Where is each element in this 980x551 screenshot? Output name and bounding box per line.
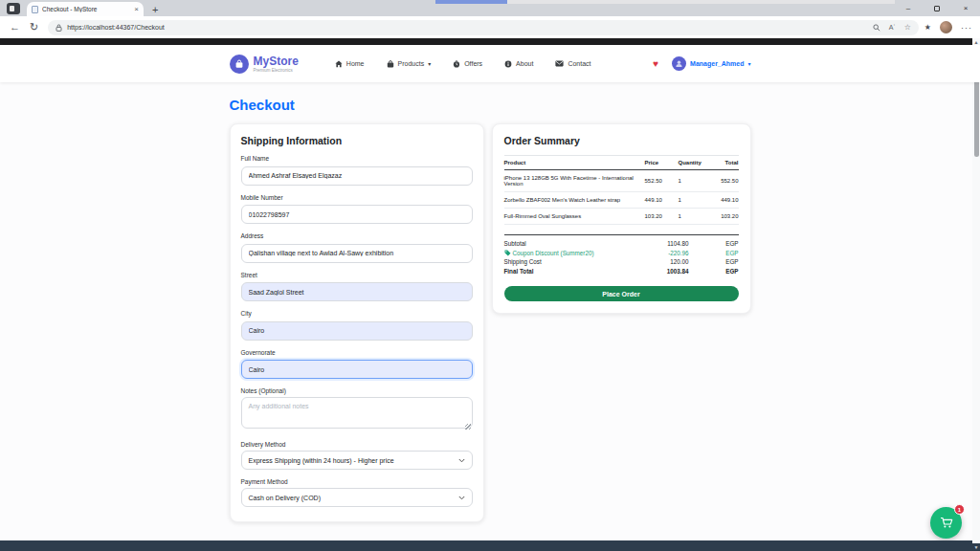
nav-item-products[interactable]: Products ▾ <box>387 60 432 68</box>
nav-item-home[interactable]: Home <box>335 60 365 68</box>
city-field[interactable] <box>241 321 473 341</box>
resize-grip-icon[interactable] <box>465 424 471 430</box>
street-field[interactable] <box>241 282 473 301</box>
item-total: 449.10 <box>712 192 739 209</box>
cart-icon <box>940 517 953 529</box>
payment-method-group: Payment Method Cash on Delivery (COD) <box>241 478 473 507</box>
mobile-group: Mobile Number <box>241 194 473 225</box>
item-total: 103.20 <box>712 209 739 225</box>
shipping-cost-currency: EGP <box>689 258 739 265</box>
tab-title: Checkout - MyStore <box>42 6 130 12</box>
subtotal-row: Subtotal 1104.80 EGP <box>504 240 739 247</box>
nav-label: Home <box>346 60 365 67</box>
url-text[interactable]: https://localhost:44367/Checkout <box>67 24 863 31</box>
subtotal-amount: 1104.80 <box>632 240 689 247</box>
lock-icon[interactable] <box>56 24 62 32</box>
item-qty: 1 <box>679 192 712 209</box>
tag-icon <box>504 250 511 256</box>
governorate-label: Governorate <box>241 349 473 356</box>
read-aloud-icon[interactable]: Aʾ <box>889 24 896 31</box>
tab-close-icon[interactable]: × <box>134 6 139 13</box>
item-total: 552.50 <box>712 170 739 192</box>
chevron-down-icon: ▾ <box>747 60 750 67</box>
brand-name: MyStore <box>254 55 299 67</box>
cart-fab-button[interactable]: 1 <box>930 507 962 539</box>
final-total-label: Final Total <box>504 268 632 275</box>
page-title: Checkout <box>230 97 751 113</box>
loading-strip-light <box>507 0 895 4</box>
final-total-currency: EGP <box>689 268 739 275</box>
nav-label: Contact <box>568 60 590 67</box>
nav-right: ♥ Manager_Ahmed ▾ <box>653 56 750 71</box>
shipping-title: Shipping Information <box>241 135 473 146</box>
address-bar[interactable]: https://localhost:44367/Checkout Aʾ ☆ <box>48 20 919 35</box>
browser-toolbar: ← ↻ https://localhost:44367/Checkout Aʾ … <box>0 16 980 38</box>
item-price: 103.20 <box>645 209 679 225</box>
order-summary-card: Order Summary Product Price Quantity Tot… <box>492 123 751 314</box>
notes-field[interactable] <box>241 397 473 429</box>
delivery-method-select[interactable]: Express Shipping (within 24 hours) - Hig… <box>241 451 473 470</box>
offers-clock-icon <box>453 60 460 68</box>
nav-item-offers[interactable]: Offers <box>453 60 482 68</box>
full-name-field[interactable] <box>241 166 473 186</box>
item-name: Full-Rimmed Oval Sunglasses <box>504 209 645 225</box>
collections-star-icon[interactable]: ★ <box>924 23 931 32</box>
products-bag-icon <box>387 60 394 68</box>
shipping-cost-amount: 120.00 <box>632 258 689 265</box>
back-button[interactable]: ← <box>10 22 20 33</box>
mobile-field[interactable] <box>241 205 473 224</box>
browser-profile-avatar[interactable] <box>940 21 952 33</box>
delivery-method-value: Express Shipping (within 24 hours) - Hig… <box>249 457 394 464</box>
shipping-cost-label: Shipping Cost <box>504 258 632 265</box>
item-qty: 1 <box>679 170 712 192</box>
brand-logo[interactable]: MyStore Premium Electronics <box>230 55 299 74</box>
item-qty: 1 <box>679 209 712 225</box>
info-icon <box>504 60 512 68</box>
search-icon[interactable] <box>873 24 880 32</box>
notes-group: Notes (Optional) <box>241 387 473 432</box>
chevron-down-icon <box>458 458 465 463</box>
city-group: City <box>241 310 473 341</box>
new-tab-button[interactable]: + <box>152 5 158 15</box>
page-scrollbar[interactable]: ▲ ▼ <box>972 38 980 551</box>
final-total-amount: 1003.84 <box>632 268 689 275</box>
nav-label: Products <box>398 60 425 67</box>
subtotal-label: Subtotal <box>504 240 632 247</box>
final-total-row: Final Total 1003.84 EGP <box>504 268 739 275</box>
table-row: iPhone 13 128GB 5G With Facetime - Inter… <box>504 170 739 192</box>
col-product: Product <box>504 156 645 170</box>
table-header-row: Product Price Quantity Total <box>504 156 739 170</box>
chevron-down-icon: ▾ <box>428 60 431 67</box>
governorate-field[interactable] <box>241 360 473 379</box>
table-row: Zorbello ZBAF002 Men's Watch Leather str… <box>504 192 739 209</box>
coupon-currency: EGP <box>689 250 739 256</box>
wishlist-heart-icon[interactable]: ♥ <box>653 59 658 69</box>
item-price: 552.50 <box>645 170 679 192</box>
address-field[interactable] <box>241 244 473 263</box>
place-order-button[interactable]: Place Order <box>504 286 739 301</box>
chevron-down-icon <box>458 496 465 500</box>
nav-item-about[interactable]: About <box>504 60 533 68</box>
payment-method-select[interactable]: Cash on Delivery (COD) <box>241 488 473 507</box>
browser-tab[interactable]: Checkout - MyStore × <box>27 2 144 16</box>
user-avatar-icon <box>672 56 686 71</box>
coupon-label: Coupon Discount (Summer20) <box>513 250 594 256</box>
scroll-down-icon[interactable]: ▼ <box>972 543 980 551</box>
mobile-label: Mobile Number <box>241 194 473 201</box>
shipping-cost-row: Shipping Cost 120.00 EGP <box>504 258 739 265</box>
full-name-group: Full Name <box>241 155 473 186</box>
payment-method-value: Cash on Delivery (COD) <box>249 495 321 501</box>
col-total: Total <box>712 156 739 170</box>
workspaces-icon[interactable] <box>7 3 20 14</box>
nav-item-contact[interactable]: Contact <box>555 60 590 67</box>
browser-menu-icon[interactable]: ··· <box>961 23 972 33</box>
item-name: Zorbello ZBAF002 Men's Watch Leather str… <box>504 192 645 209</box>
item-price: 449.10 <box>645 192 679 209</box>
favorites-star-icon[interactable]: ☆ <box>904 23 911 32</box>
refresh-button[interactable]: ↻ <box>30 22 38 33</box>
order-totals: Subtotal 1104.80 EGP Coupon Discount (Su… <box>504 234 739 275</box>
city-label: City <box>241 310 473 317</box>
user-menu[interactable]: Manager_Ahmed ▾ <box>672 56 750 71</box>
tab-loading-strip <box>0 0 980 4</box>
table-row: Full-Rimmed Oval Sunglasses 103.20 1 103… <box>504 209 739 225</box>
